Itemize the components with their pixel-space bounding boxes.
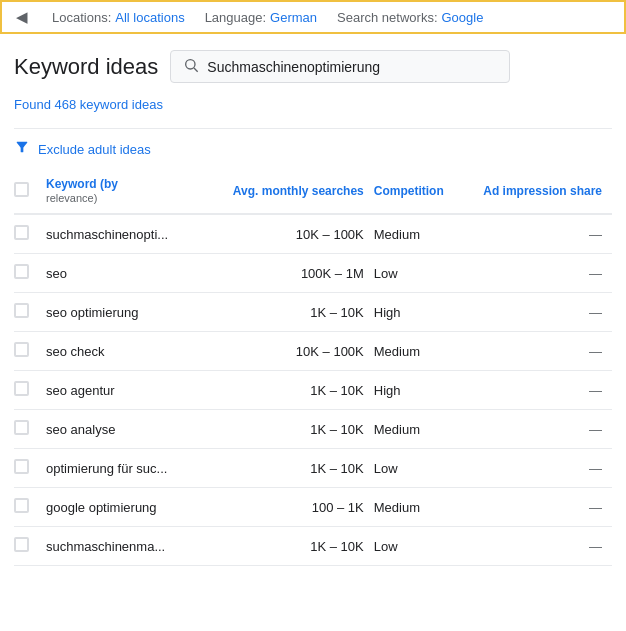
- row-checkbox[interactable]: [14, 381, 29, 396]
- table-row: google optimierung 100 – 1K Medium —: [14, 488, 612, 527]
- table-row: suchmaschinenopti... 10K – 100K Medium —: [14, 214, 612, 254]
- header-checkbox[interactable]: [14, 182, 29, 197]
- header-searches[interactable]: Avg. monthly searches: [220, 169, 374, 214]
- row-checkbox-cell: [14, 410, 46, 449]
- language-value[interactable]: German: [270, 10, 317, 25]
- row-keyword: seo analyse: [46, 410, 220, 449]
- row-keyword: suchmaschinenma...: [46, 527, 220, 566]
- row-checkbox[interactable]: [14, 420, 29, 435]
- row-competition: High: [374, 293, 472, 332]
- row-impression: —: [472, 488, 612, 527]
- header-competition[interactable]: Competition: [374, 169, 472, 214]
- table-row: seo optimierung 1K – 10K High —: [14, 293, 612, 332]
- row-keyword: optimierung für suc...: [46, 449, 220, 488]
- main-content: Keyword ideas Suchmaschinenoptimierung F…: [0, 34, 626, 566]
- search-box[interactable]: Suchmaschinenoptimierung: [170, 50, 510, 83]
- networks-filter: Search networks: Google: [337, 10, 483, 25]
- found-count-row: Found 468 keyword ideas: [14, 97, 612, 112]
- row-searches: 10K – 100K: [220, 332, 374, 371]
- locations-value[interactable]: All locations: [115, 10, 184, 25]
- row-impression: —: [472, 449, 612, 488]
- divider-top: [14, 128, 612, 129]
- table-header-row: Keyword (by relevance) Avg. monthly sear…: [14, 169, 612, 214]
- row-checkbox-cell: [14, 214, 46, 254]
- language-filter: Language: German: [205, 10, 317, 25]
- row-searches: 1K – 10K: [220, 410, 374, 449]
- row-checkbox[interactable]: [14, 342, 29, 357]
- row-searches: 100 – 1K: [220, 488, 374, 527]
- row-keyword: google optimierung: [46, 488, 220, 527]
- table-row: seo check 10K – 100K Medium —: [14, 332, 612, 371]
- row-impression: —: [472, 214, 612, 254]
- exclude-adult-link[interactable]: Exclude adult ideas: [38, 142, 151, 157]
- row-checkbox[interactable]: [14, 498, 29, 513]
- back-arrow[interactable]: ◀: [16, 8, 28, 26]
- row-checkbox-cell: [14, 488, 46, 527]
- header-row: Keyword ideas Suchmaschinenoptimierung: [14, 50, 612, 83]
- found-suffix: keyword ideas: [76, 97, 163, 112]
- row-keyword: seo check: [46, 332, 220, 371]
- search-value: Suchmaschinenoptimierung: [207, 59, 380, 75]
- row-competition: Medium: [374, 410, 472, 449]
- language-label: Language:: [205, 10, 266, 25]
- row-searches: 10K – 100K: [220, 214, 374, 254]
- row-impression: —: [472, 332, 612, 371]
- row-searches: 1K – 10K: [220, 371, 374, 410]
- page-title: Keyword ideas: [14, 54, 158, 80]
- row-checkbox[interactable]: [14, 303, 29, 318]
- row-impression: —: [472, 527, 612, 566]
- row-searches: 1K – 10K: [220, 293, 374, 332]
- filter-row: Exclude adult ideas: [14, 139, 612, 159]
- row-keyword: seo agentur: [46, 371, 220, 410]
- table-row: seo 100K – 1M Low —: [14, 254, 612, 293]
- row-searches: 100K – 1M: [220, 254, 374, 293]
- row-checkbox[interactable]: [14, 459, 29, 474]
- row-competition: Medium: [374, 332, 472, 371]
- header-impression[interactable]: Ad impression share: [472, 169, 612, 214]
- row-impression: —: [472, 371, 612, 410]
- row-competition: High: [374, 371, 472, 410]
- svg-line-1: [194, 68, 198, 72]
- table-body: suchmaschinenopti... 10K – 100K Medium —…: [14, 214, 612, 566]
- row-competition: Low: [374, 254, 472, 293]
- found-prefix: Found: [14, 97, 54, 112]
- row-competition: Low: [374, 527, 472, 566]
- row-checkbox[interactable]: [14, 225, 29, 240]
- found-count: 468: [54, 97, 76, 112]
- header-checkbox-cell: [14, 169, 46, 214]
- row-checkbox[interactable]: [14, 537, 29, 552]
- row-checkbox-cell: [14, 254, 46, 293]
- search-icon: [183, 57, 199, 76]
- header-keyword[interactable]: Keyword (by relevance): [46, 169, 220, 214]
- table-row: seo analyse 1K – 10K Medium —: [14, 410, 612, 449]
- row-keyword: seo optimierung: [46, 293, 220, 332]
- networks-value[interactable]: Google: [442, 10, 484, 25]
- row-checkbox-cell: [14, 371, 46, 410]
- svg-point-0: [186, 60, 195, 69]
- row-checkbox-cell: [14, 449, 46, 488]
- row-keyword: seo: [46, 254, 220, 293]
- keyword-table: Keyword (by relevance) Avg. monthly sear…: [14, 169, 612, 566]
- table-row: seo agentur 1K – 10K High —: [14, 371, 612, 410]
- row-checkbox-cell: [14, 293, 46, 332]
- table-row: suchmaschinenma... 1K – 10K Low —: [14, 527, 612, 566]
- row-searches: 1K – 10K: [220, 527, 374, 566]
- row-competition: Medium: [374, 488, 472, 527]
- table-row: optimierung für suc... 1K – 10K Low —: [14, 449, 612, 488]
- filter-icon: [14, 139, 30, 159]
- locations-filter: Locations: All locations: [52, 10, 185, 25]
- filter-bar: ◀ Locations: All locations Language: Ger…: [0, 0, 626, 34]
- row-searches: 1K – 10K: [220, 449, 374, 488]
- row-impression: —: [472, 254, 612, 293]
- row-checkbox-cell: [14, 332, 46, 371]
- row-competition: Medium: [374, 214, 472, 254]
- networks-label: Search networks:: [337, 10, 437, 25]
- row-competition: Low: [374, 449, 472, 488]
- row-checkbox-cell: [14, 527, 46, 566]
- locations-label: Locations:: [52, 10, 111, 25]
- row-keyword: suchmaschinenopti...: [46, 214, 220, 254]
- row-impression: —: [472, 293, 612, 332]
- row-checkbox[interactable]: [14, 264, 29, 279]
- row-impression: —: [472, 410, 612, 449]
